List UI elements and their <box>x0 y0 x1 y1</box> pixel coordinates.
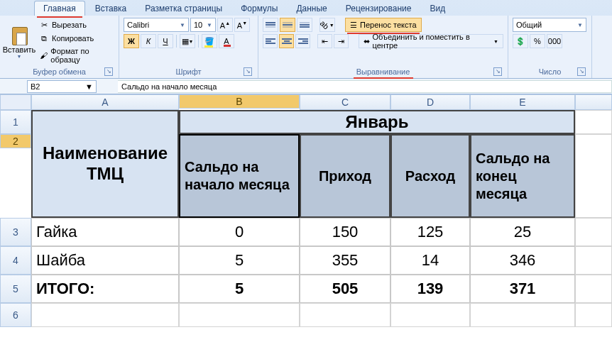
merge-icon: ⬌ <box>364 37 370 46</box>
cell-C2[interactable]: Приход <box>300 134 390 218</box>
merge-center-button[interactable]: ⬌ Объединить и поместить в центре ▼ <box>359 34 503 48</box>
copy-button[interactable]: ⧉ Копировать <box>37 33 114 44</box>
align-middle-button[interactable] <box>280 18 295 32</box>
chevron-down-icon: ▼ <box>577 22 583 28</box>
cell-E3[interactable]: 25 <box>470 218 575 246</box>
decrease-font-button[interactable]: A▼ <box>234 18 250 32</box>
wrap-text-button[interactable]: ☰ Перенос текста <box>345 18 422 32</box>
align-top-button[interactable] <box>263 18 278 32</box>
cell-D5[interactable]: 139 <box>390 275 470 303</box>
percent-button[interactable]: % <box>530 34 545 48</box>
decrease-indent-button[interactable]: ⇤ <box>317 34 332 48</box>
dialog-launcher-icon[interactable]: ↘ <box>104 67 113 76</box>
cell-B1[interactable]: Январь <box>179 110 575 134</box>
col-header-A[interactable]: A <box>31 94 179 110</box>
row-header-3[interactable]: 3 <box>0 218 31 246</box>
align-bottom-icon <box>300 21 310 28</box>
font-name-select[interactable]: Calibri▼ <box>124 18 189 32</box>
cell-F3[interactable] <box>575 218 612 246</box>
tab-home[interactable]: Главная <box>34 1 85 16</box>
bold-button[interactable]: Ж <box>124 34 139 48</box>
name-box[interactable]: B2▼ <box>27 80 97 93</box>
cell-F2[interactable] <box>575 134 612 218</box>
formula-input[interactable]: Сальдо на начало месяца <box>118 80 612 93</box>
decrease-indent-icon: ⇤ <box>322 37 328 46</box>
cell-F5[interactable] <box>575 275 612 303</box>
cell-B2[interactable]: Сальдо на начало месяца <box>179 134 300 218</box>
font-size-select[interactable]: 10▼ <box>190 18 216 32</box>
number-format-select[interactable]: Общий▼ <box>513 18 586 32</box>
row-header-6[interactable]: 6 <box>0 303 31 327</box>
row-header-1[interactable]: 1 <box>0 110 31 134</box>
fill-color-button[interactable]: 🪣 <box>202 34 217 48</box>
format-painter-button[interactable]: 🖌 Формат по образцу <box>37 46 114 65</box>
tab-home-label: Главная <box>43 4 76 13</box>
tab-review[interactable]: Рецензирование <box>337 1 420 16</box>
cell-A1[interactable]: Наименование ТМЦ <box>31 110 179 218</box>
dialog-launcher-icon[interactable]: ↘ <box>577 67 586 76</box>
font-color-button[interactable]: A <box>219 34 234 48</box>
tab-formulas[interactable]: Формулы <box>232 1 286 16</box>
cell-C4[interactable]: 355 <box>300 246 390 275</box>
dialog-launcher-icon[interactable]: ↘ <box>244 67 252 76</box>
cell-F6[interactable] <box>575 303 612 327</box>
cell-A5[interactable]: ИТОГО: <box>31 275 179 303</box>
cell-A3[interactable]: Гайка <box>31 218 179 246</box>
tab-insert[interactable]: Вставка <box>87 1 136 16</box>
col-header-C[interactable]: C <box>300 94 390 110</box>
format-painter-label: Формат по образцу <box>50 47 112 64</box>
align-center-button[interactable] <box>279 34 294 48</box>
col-header-D[interactable]: D <box>390 94 470 110</box>
cell-B5[interactable]: 5 <box>179 275 300 303</box>
italic-button[interactable]: К <box>141 34 156 48</box>
select-all-corner[interactable] <box>0 94 31 110</box>
font-name-value: Calibri <box>127 21 149 29</box>
orientation-button[interactable]: ab▼ <box>319 18 335 32</box>
currency-button[interactable]: 💲 <box>513 34 528 48</box>
increase-indent-icon: ⇥ <box>338 37 344 46</box>
ribbon-body: Вставить ▼ ✂ Вырезать ⧉ Копировать 🖌 Фор… <box>0 16 612 78</box>
cell-E4[interactable]: 346 <box>470 246 575 275</box>
cell-F1[interactable] <box>575 110 612 134</box>
align-right-button[interactable] <box>295 34 310 48</box>
row-header-2[interactable]: 2 <box>0 134 31 148</box>
cell-A6[interactable] <box>31 303 179 327</box>
align-left-button[interactable] <box>263 34 278 48</box>
cell-E2[interactable]: Сальдо на конец месяца <box>470 134 575 218</box>
cell-D4[interactable]: 14 <box>390 246 470 275</box>
cell-D6[interactable] <box>390 303 470 327</box>
align-center-icon <box>282 38 292 45</box>
row-header-4[interactable]: 4 <box>0 246 31 275</box>
increase-font-button[interactable]: A▲ <box>217 18 233 32</box>
cell-A4[interactable]: Шайба <box>31 246 179 275</box>
tab-view[interactable]: Вид <box>421 1 454 16</box>
copy-icon: ⧉ <box>39 33 49 43</box>
cell-D2[interactable]: Расход <box>390 134 470 218</box>
increase-indent-button[interactable]: ⇥ <box>334 34 349 48</box>
borders-button[interactable]: ▦▼ <box>180 34 195 48</box>
font-size-value: 10 <box>194 21 202 29</box>
underline-button[interactable]: Ч <box>158 34 173 48</box>
cell-C5[interactable]: 505 <box>300 275 390 303</box>
dialog-launcher-icon[interactable]: ↘ <box>493 67 502 76</box>
row-header-5[interactable]: 5 <box>0 275 31 303</box>
cell-B6[interactable] <box>179 303 300 327</box>
tab-page-layout[interactable]: Разметка страницы <box>136 1 231 16</box>
fx-icon[interactable]: fx <box>97 82 118 92</box>
align-bottom-button[interactable] <box>297 18 312 32</box>
cell-F4[interactable] <box>575 246 612 275</box>
col-header-next[interactable] <box>575 94 612 110</box>
paste-button[interactable]: Вставить ▼ <box>4 18 34 66</box>
col-header-E[interactable]: E <box>470 94 575 110</box>
col-header-B[interactable]: B <box>179 94 300 109</box>
comma-button[interactable]: 000 <box>547 34 562 48</box>
cell-E5[interactable]: 371 <box>470 275 575 303</box>
cell-B3[interactable]: 0 <box>179 218 300 246</box>
cell-D3[interactable]: 125 <box>390 218 470 246</box>
cut-button[interactable]: ✂ Вырезать <box>37 19 114 31</box>
cell-E6[interactable] <box>470 303 575 327</box>
cell-B4[interactable]: 5 <box>179 246 300 275</box>
cell-C6[interactable] <box>300 303 390 327</box>
tab-data[interactable]: Данные <box>288 1 335 16</box>
cell-C3[interactable]: 150 <box>300 218 390 246</box>
